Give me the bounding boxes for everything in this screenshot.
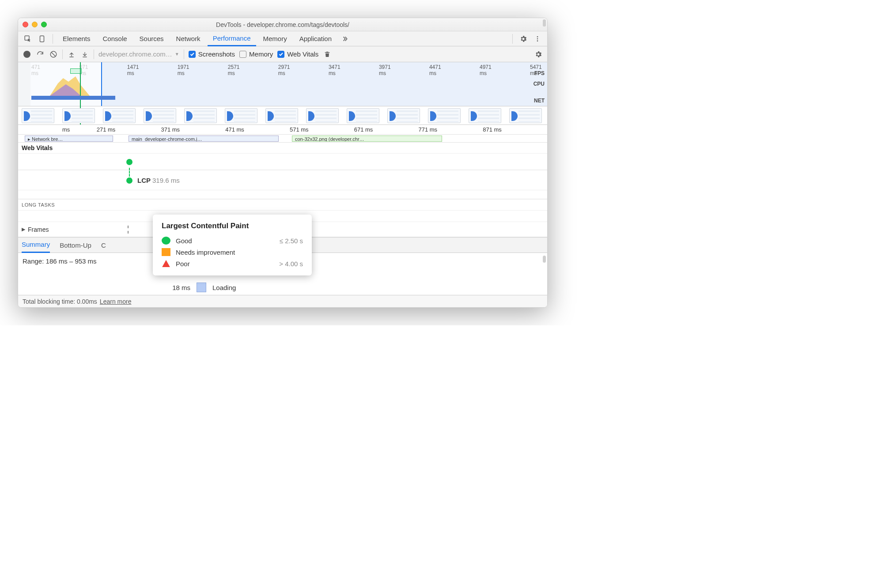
lcp-track[interactable]: LCP319.6 ms (18, 170, 547, 190)
learn-more-link[interactable]: Learn more (100, 298, 132, 305)
memory-checkbox[interactable]: Memory (239, 50, 273, 58)
tooltip-label: Good (176, 237, 192, 245)
tick: ms (62, 126, 97, 133)
tbt-text: Total blocking time: 0.00ms (23, 298, 97, 305)
more-tabs-icon[interactable] (339, 33, 351, 45)
needs-square-icon (162, 248, 170, 256)
network-chip[interactable]: ▸ Network bre… (25, 136, 113, 142)
screenshot-thumb[interactable] (428, 108, 461, 123)
tab-network[interactable]: Network (171, 31, 206, 46)
expand-triangle-icon[interactable]: ▶ (22, 226, 25, 232)
webvitals-label: Web Vitals (287, 50, 318, 58)
screenshot-thumb[interactable] (306, 108, 339, 123)
screenshot-strip[interactable] (18, 106, 547, 125)
tooltip-title: Largest Contentful Paint (162, 222, 303, 230)
longtasks-header: LONG TASKS (18, 199, 547, 211)
window-titlebar: DevTools - developer.chrome.com/tags/dev… (18, 18, 547, 31)
memory-label: Memory (249, 50, 273, 58)
poor-triangle-icon (162, 260, 170, 268)
vital-marker-dot[interactable] (126, 159, 132, 165)
download-profile-icon[interactable] (80, 50, 89, 59)
svg-point-2 (537, 36, 538, 38)
scrollbar-thumb[interactable] (543, 256, 546, 263)
svg-point-4 (537, 40, 538, 41)
tick: 471 ms (225, 126, 290, 133)
separator (53, 34, 53, 44)
tab-application[interactable]: Application (294, 31, 337, 46)
screenshots-checkbox[interactable]: Screenshots (189, 50, 235, 58)
lcp-marker-dot[interactable] (126, 177, 132, 184)
lcp-label: LCP319.6 ms (137, 177, 180, 184)
tooltip-row-needs: Needs improvement (162, 246, 303, 258)
flame-ticks[interactable]: ms 271 ms 371 ms 471 ms 571 ms 671 ms 77… (18, 125, 547, 135)
screenshot-thumb[interactable] (22, 108, 54, 123)
tick: 571 ms (290, 126, 354, 133)
screenshot-thumb[interactable] (387, 108, 420, 123)
screenshot-thumb[interactable] (103, 108, 136, 123)
fps-label: FPS (534, 70, 545, 76)
tab-bottom-up[interactable]: Bottom-Up (60, 237, 91, 253)
capture-settings-gear-icon[interactable] (534, 50, 543, 59)
performance-toolbar: developer.chrome.com… ▼ Screenshots Memo… (18, 46, 547, 62)
tab-calltree[interactable]: C (101, 237, 106, 253)
tooltip-label: Poor (176, 260, 190, 268)
recording-selector[interactable]: developer.chrome.com… ▼ (98, 50, 179, 58)
screenshots-label: Screenshots (198, 50, 235, 58)
timeline-overview[interactable]: 471 ms971 ms 1471 ms1971 ms 2571 ms2971 … (18, 62, 547, 106)
screenshot-thumb[interactable] (144, 108, 176, 123)
tooltip-value: > 4.00 s (279, 260, 303, 268)
separator (512, 34, 513, 44)
settings-gear-icon[interactable] (517, 33, 530, 45)
device-toolbar-icon[interactable] (36, 33, 48, 45)
separator (94, 49, 94, 59)
chevron-down-icon: ▼ (175, 52, 179, 57)
lcp-dashed-connector (129, 168, 130, 177)
clear-icon[interactable] (49, 50, 58, 59)
status-footer: Total blocking time: 0.00ms Learn more (18, 295, 547, 307)
loading-swatch (197, 283, 206, 292)
trash-icon[interactable] (323, 50, 332, 59)
inspect-element-icon[interactable] (22, 33, 34, 45)
separator (184, 49, 184, 59)
network-slice-row[interactable]: ▸ Network bre… main_developer-chrome-com… (18, 135, 547, 143)
tooltip-value: ≤ 2.50 s (280, 237, 303, 245)
webvitals-checkbox[interactable]: Web Vitals (277, 50, 318, 58)
cpu-peak (50, 75, 90, 96)
cpu-label: CPU (534, 81, 545, 87)
screenshot-thumb[interactable] (62, 108, 95, 123)
frames-label: Frames (28, 226, 49, 233)
tab-summary[interactable]: Summary (22, 237, 50, 253)
separator (62, 49, 63, 59)
tick: 671 ms (354, 126, 419, 133)
reload-record-icon[interactable] (36, 50, 45, 59)
screenshot-thumb[interactable] (265, 108, 298, 123)
webvitals-section-header: Web Vitals (18, 143, 547, 153)
network-chip[interactable]: main_developer-chrome-com.j… (129, 136, 279, 142)
svg-point-3 (537, 38, 538, 39)
tab-elements[interactable]: Elements (57, 31, 96, 46)
tab-sources[interactable]: Sources (134, 31, 169, 46)
net-label: NET (534, 98, 545, 104)
upload-profile-icon[interactable] (67, 50, 76, 59)
record-button[interactable] (23, 50, 31, 59)
screenshot-thumb[interactable] (469, 108, 501, 123)
network-chip[interactable]: con-32x32.png (developer.chr… (292, 136, 442, 142)
scrollbar-thumb[interactable] (543, 19, 546, 26)
tick: 271 ms (97, 126, 161, 133)
screenshot-thumb[interactable] (225, 108, 257, 123)
net-bar (31, 96, 115, 100)
screenshot-thumb[interactable] (347, 108, 379, 123)
tab-memory[interactable]: Memory (258, 31, 292, 46)
screenshot-thumb[interactable] (509, 108, 542, 123)
vital-track[interactable] (18, 153, 547, 170)
tab-console[interactable]: Console (98, 31, 132, 46)
tick: 871 ms (483, 126, 547, 133)
kebab-menu-icon[interactable] (531, 33, 544, 45)
tooltip-row-poor: Poor > 4.00 s (162, 258, 303, 269)
longtasks-label: LONG TASKS (22, 202, 55, 207)
tick: 371 ms (161, 126, 225, 133)
tab-performance[interactable]: Performance (208, 31, 256, 46)
screenshot-thumb[interactable] (184, 108, 217, 123)
empty-track (18, 190, 547, 199)
good-circle-icon (162, 237, 170, 245)
